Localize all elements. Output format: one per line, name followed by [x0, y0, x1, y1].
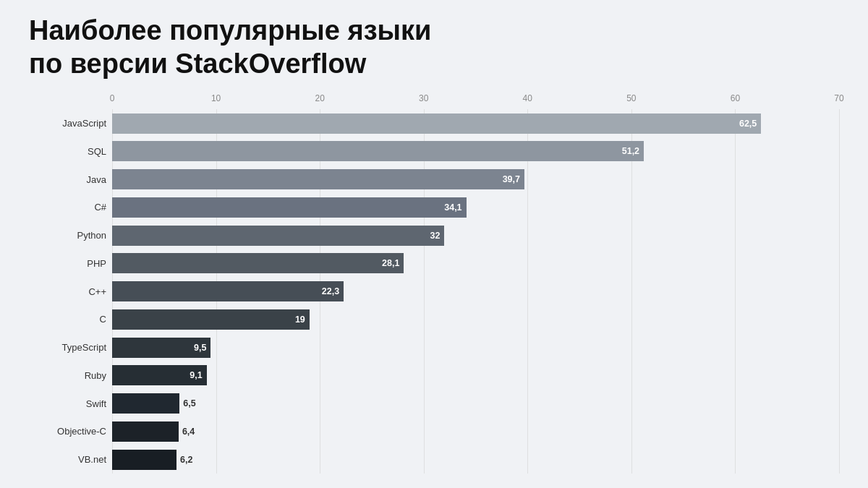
bar-value: 19 — [295, 314, 305, 325]
bar-row: 19 — [112, 305, 839, 333]
page-title: Наиболее популярные языкипо версии Stack… — [29, 14, 839, 80]
bar-value: 39,7 — [503, 174, 520, 184]
axis-tick: 10 — [211, 93, 221, 103]
bar — [112, 450, 176, 470]
bar-row: 9,5 — [112, 333, 839, 361]
bar: 39,7 — [112, 169, 524, 189]
bar — [112, 421, 179, 442]
y-label: JavaScript — [29, 109, 112, 137]
bar: 9,5 — [112, 338, 210, 358]
main-container: Наиболее популярные языкипо версии Stack… — [0, 0, 868, 488]
y-label: SQL — [29, 137, 112, 166]
y-label: C++ — [29, 278, 112, 306]
bar-value: 9,1 — [190, 370, 202, 380]
y-labels: JavaScriptSQLJavaC#PythonPHPC++CTypeScri… — [29, 109, 112, 474]
bar-row: 9,1 — [112, 361, 839, 390]
bar: 62,5 — [112, 114, 761, 134]
y-label: Objective-C — [29, 417, 112, 445]
bar: 51,2 — [112, 141, 644, 161]
axis-tick: 30 — [419, 93, 428, 103]
bar: 9,1 — [112, 365, 207, 385]
bar: 19 — [112, 309, 310, 330]
axis-tick: 20 — [315, 93, 324, 103]
axis-tick: 50 — [626, 93, 636, 103]
bar-value: 6,4 — [182, 427, 195, 437]
axis-tick: 60 — [731, 93, 740, 103]
y-label: C# — [29, 193, 112, 221]
bar: 28,1 — [112, 253, 404, 273]
bar-row: 62,5 — [112, 109, 839, 137]
bar-value: 6,5 — [183, 398, 195, 408]
bar-row: 6,5 — [112, 390, 839, 418]
bar-value: 51,2 — [622, 146, 639, 156]
bar — [112, 393, 179, 414]
y-label: Java — [29, 166, 112, 194]
bar-value: 62,5 — [739, 119, 757, 129]
axis-tick: 0 — [110, 93, 115, 103]
bar-row: 51,2 — [112, 137, 839, 166]
bar-value: 6,2 — [180, 455, 192, 465]
x-axis-labels: 010203040506070 — [112, 93, 839, 106]
y-label: VB.net — [29, 445, 112, 474]
axis-tick: 40 — [523, 93, 532, 103]
bar-value: 9,5 — [194, 343, 206, 353]
bar-row: 32 — [112, 221, 839, 249]
bars-area: 62,551,239,734,13228,122,3199,59,16,56,4… — [112, 109, 839, 474]
y-label: Python — [29, 221, 112, 249]
chart-body: JavaScriptSQLJavaC#PythonPHPC++CTypeScri… — [29, 109, 839, 474]
bar-row: 6,4 — [112, 417, 839, 445]
bar-row: 34,1 — [112, 193, 839, 221]
bar: 32 — [112, 226, 444, 246]
y-label: TypeScript — [29, 333, 112, 361]
bar-row: 39,7 — [112, 166, 839, 194]
y-label: Ruby — [29, 361, 112, 390]
bar: 22,3 — [112, 281, 344, 301]
bar-row: 22,3 — [112, 278, 839, 306]
bar-row: 6,2 — [112, 445, 839, 474]
chart-area: 010203040506070 JavaScriptSQLJavaC#Pytho… — [29, 93, 839, 474]
bar-value: 34,1 — [444, 202, 461, 213]
grid-line — [839, 109, 840, 474]
y-label: Swift — [29, 390, 112, 418]
bar: 34,1 — [112, 197, 467, 218]
y-label: C — [29, 305, 112, 333]
bar-value: 28,1 — [382, 258, 399, 268]
bar-row: 28,1 — [112, 249, 839, 278]
y-label: PHP — [29, 249, 112, 278]
bar-value: 22,3 — [322, 286, 339, 296]
bar-value: 32 — [430, 231, 441, 241]
axis-tick: 70 — [834, 93, 843, 103]
